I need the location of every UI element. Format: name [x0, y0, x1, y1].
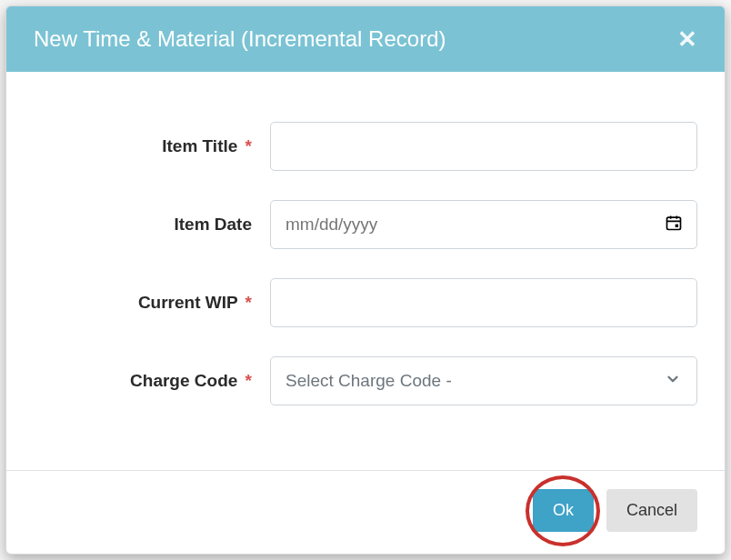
required-marker: * — [245, 371, 252, 390]
item-date-label-text: Item Date — [174, 215, 252, 234]
current-wip-input[interactable] — [270, 278, 697, 327]
required-marker: * — [245, 136, 252, 155]
charge-code-label: Charge Code * — [34, 371, 270, 391]
modal-title: New Time & Material (Incremental Record) — [34, 26, 446, 52]
item-title-input[interactable] — [270, 122, 697, 171]
close-icon: ✕ — [677, 25, 697, 53]
item-date-row: Item Date — [34, 200, 697, 249]
current-wip-label-text: Current WIP — [138, 293, 237, 312]
close-button[interactable]: ✕ — [677, 27, 697, 51]
cancel-button[interactable]: Cancel — [606, 489, 697, 532]
current-wip-row: Current WIP * — [34, 278, 697, 327]
charge-code-label-text: Charge Code — [130, 371, 237, 390]
item-date-label: Item Date — [34, 215, 270, 235]
modal-header: New Time & Material (Incremental Record)… — [6, 6, 725, 72]
charge-code-row: Charge Code * Select Charge Code - — [34, 356, 697, 405]
ok-button-wrapper: Ok — [533, 489, 594, 532]
current-wip-label: Current WIP * — [34, 293, 270, 313]
item-title-label: Item Title * — [34, 136, 270, 156]
item-title-row: Item Title * — [34, 122, 697, 171]
select-wrapper: Select Charge Code - — [270, 356, 697, 405]
required-marker: * — [245, 293, 252, 312]
ok-button[interactable]: Ok — [533, 489, 594, 532]
modal-dialog: New Time & Material (Incremental Record)… — [5, 5, 726, 555]
modal-footer: Ok Cancel — [6, 470, 725, 554]
modal-body: Item Title * Item Date — [6, 72, 725, 470]
date-input-wrapper — [270, 200, 697, 249]
item-date-input[interactable] — [270, 200, 697, 249]
item-title-label-text: Item Title — [162, 136, 237, 155]
charge-code-select[interactable]: Select Charge Code - — [270, 356, 697, 405]
